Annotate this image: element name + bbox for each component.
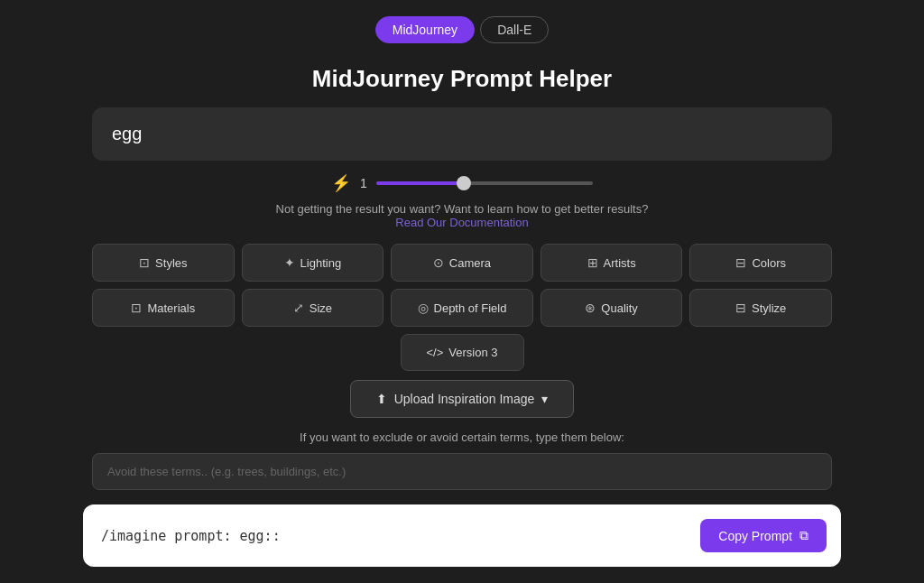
lighting-icon: ✦ [284,255,295,270]
dof-icon: ◎ [418,301,429,315]
prompt-output-text: /imagine prompt: egg:: [101,528,281,544]
buttons-row1: ⊡ Styles ✦ Lighting ⊙ Camera ⊞ Artists ⊟… [92,244,832,282]
upload-icon: ⬆ [376,392,387,406]
colors-icon: ⊟ [735,255,746,270]
version-icon: </> [427,346,444,359]
btn-materials[interactable]: ⊡ Materials [92,289,235,327]
main-content: ⚡ 1 Not getting the result you want? Wan… [74,107,850,567]
camera-icon: ⊙ [433,255,444,270]
upload-btn[interactable]: ⬆ Upload Inspiration Image ▾ [350,380,575,418]
btn-version[interactable]: </> Version 3 [401,334,524,371]
hint-text: Not getting the result you want? Want to… [92,202,832,229]
buttons-row2: ⊡ Materials ⤢ Size ◎ Depth of Field ⊛ Qu… [92,289,832,327]
tab-midjourney[interactable]: MidJourney [375,16,475,43]
btn-size[interactable]: ⤢ Size [242,289,384,327]
doc-link[interactable]: Read Our Documentation [395,216,528,229]
page-title: MidJourney Prompt Helper [0,65,924,93]
btn-styles[interactable]: ⊡ Styles [92,244,235,282]
stylize-icon: ⊟ [735,301,746,315]
styles-icon: ⊡ [139,255,150,270]
quality-slider[interactable] [376,181,593,185]
btn-camera[interactable]: ⊙ Camera [391,244,533,282]
quality-icon: ⊛ [585,301,596,315]
btn-stylize[interactable]: ⊟ Stylize [689,289,832,327]
copy-icon: ⧉ [799,528,808,543]
btn-quality[interactable]: ⊛ Quality [541,289,683,327]
copy-prompt-button[interactable]: Copy Prompt ⧉ [700,519,827,552]
exclude-input[interactable] [92,453,832,490]
upload-row: ⬆ Upload Inspiration Image ▾ [92,380,832,418]
slider-row: ⚡ 1 [92,173,832,193]
bolt-icon: ⚡ [331,173,351,193]
btn-artists[interactable]: ⊞ Artists [541,244,683,282]
chevron-down-icon: ▾ [541,392,548,406]
prompt-output-bar: /imagine prompt: egg:: Copy Prompt ⧉ [83,504,841,567]
tab-dalle[interactable]: Dall-E [480,16,549,43]
version-row: </> Version 3 [92,334,832,371]
exclude-label: If you want to exclude or avoid certain … [92,430,832,444]
materials-icon: ⊡ [131,301,142,315]
btn-lighting[interactable]: ✦ Lighting [242,244,384,282]
artists-icon: ⊞ [587,255,598,270]
btn-colors[interactable]: ⊟ Colors [689,244,832,282]
prompt-input-box [92,107,832,161]
prompt-input[interactable] [112,124,812,144]
btn-depth-of-field[interactable]: ◎ Depth of Field [391,289,533,327]
size-icon: ⤢ [293,301,304,315]
tab-bar: MidJourney Dall-E [0,0,924,52]
slider-value: 1 [360,176,367,190]
